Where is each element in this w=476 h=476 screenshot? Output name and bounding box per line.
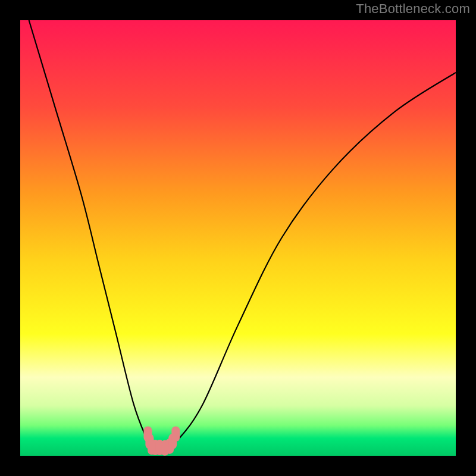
watermark-label: TheBottleneck.com [356,1,470,17]
chart-frame: TheBottleneck.com [0,0,476,476]
plot-background [20,20,456,456]
marker-point [171,426,180,441]
bottleneck-chart [0,0,476,476]
